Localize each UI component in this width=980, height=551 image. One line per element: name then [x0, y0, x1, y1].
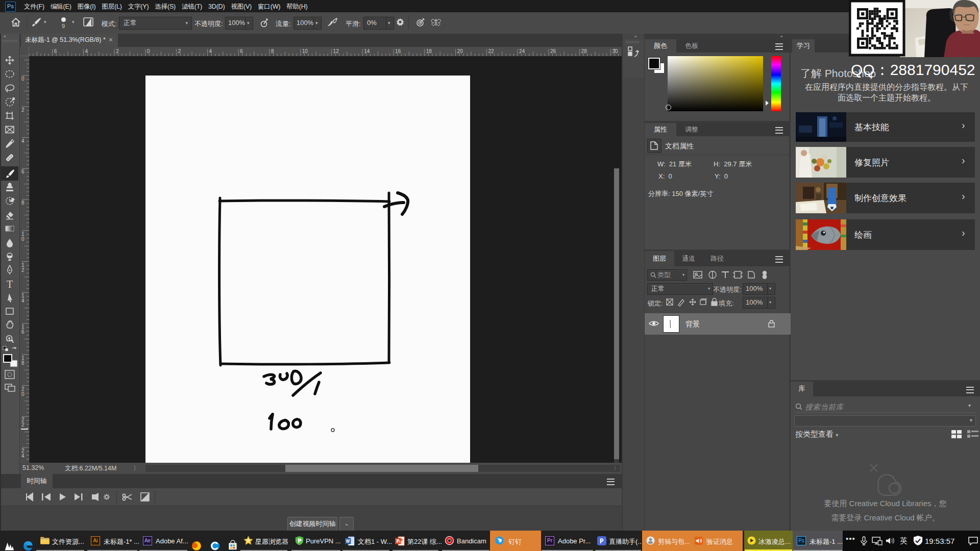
- svg-text:28: 28: [581, 48, 587, 54]
- svg-text:2: 2: [116, 48, 119, 54]
- svg-text:0: 0: [21, 236, 24, 242]
- svg-text:8: 8: [21, 360, 24, 366]
- svg-text:22: 22: [488, 48, 494, 54]
- svg-text:10: 10: [302, 48, 308, 54]
- svg-text:16: 16: [395, 48, 401, 54]
- svg-text:2: 2: [21, 422, 24, 428]
- svg-text:2: 2: [178, 48, 181, 54]
- svg-text:8: 8: [271, 48, 274, 54]
- svg-text:0: 0: [21, 76, 24, 82]
- svg-text:6: 6: [240, 48, 243, 54]
- svg-text:4: 4: [85, 48, 88, 54]
- svg-text:T: T: [7, 279, 13, 290]
- svg-text:6: 6: [21, 329, 24, 335]
- svg-text:8: 8: [21, 200, 24, 206]
- svg-text:6: 6: [21, 169, 24, 174]
- svg-text:4: 4: [209, 48, 212, 54]
- svg-text:24: 24: [519, 48, 525, 54]
- svg-text:6: 6: [54, 48, 57, 54]
- svg-text:14: 14: [364, 48, 370, 54]
- svg-text:4: 4: [21, 138, 24, 144]
- svg-text:12: 12: [333, 48, 339, 54]
- svg-text:20: 20: [457, 48, 463, 54]
- svg-text:2: 2: [21, 107, 24, 113]
- svg-text:3: 3: [399, 540, 400, 543]
- svg-text:4: 4: [21, 453, 24, 459]
- svg-text:2: 2: [21, 267, 24, 273]
- svg-text:4: 4: [21, 298, 24, 304]
- svg-text:0: 0: [147, 48, 150, 54]
- svg-text:0: 0: [21, 391, 24, 397]
- svg-text:26: 26: [550, 48, 556, 54]
- svg-text:18: 18: [426, 48, 432, 54]
